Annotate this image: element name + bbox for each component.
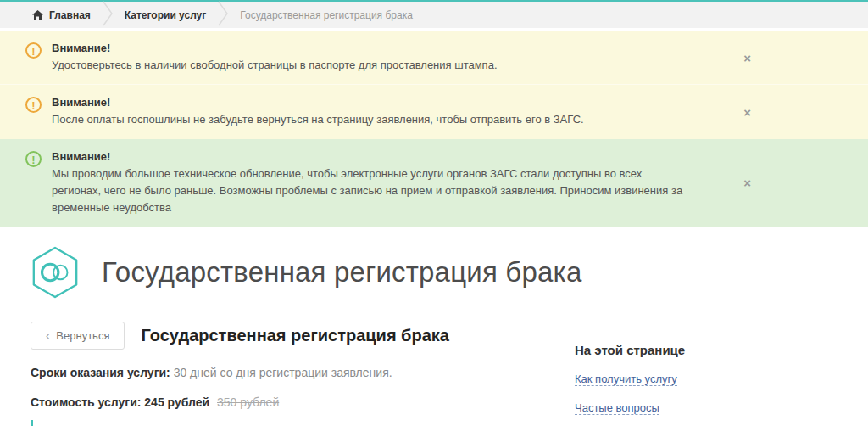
- page-header: Государственная регистрация брака: [0, 227, 868, 311]
- breadcrumb-label: Категории услуг: [125, 9, 206, 21]
- alert-text: Мы проводим большое техническое обновлен…: [52, 165, 683, 216]
- sidebar-title: На этой странице: [575, 343, 829, 357]
- cost-old-value: 350 рублей: [217, 395, 279, 409]
- back-button-label: Вернуться: [56, 329, 109, 342]
- on-this-page-sidebar: На этой странице Как получить услугу Час…: [575, 322, 829, 415]
- alert-body: Внимание! Удостоверьтесь в наличии свобо…: [52, 40, 498, 74]
- warning-icon: !: [25, 97, 42, 113]
- main-column: ‹Вернуться Государственная регистрация б…: [31, 322, 560, 426]
- alert-success-update: ! Внимание! Мы проводим большое техничес…: [0, 139, 868, 227]
- cost-label: Стоимость услуги: 245 рублей: [31, 395, 209, 409]
- breadcrumb: Главная Категории услуг Государственная …: [0, 0, 868, 28]
- terms-label: Сроки оказания услуги:: [31, 366, 170, 379]
- alert-title: Внимание!: [52, 40, 498, 57]
- alert-text: Удостоверьтесь в наличии свободной стран…: [52, 57, 498, 74]
- warning-icon: !: [25, 42, 42, 59]
- back-button[interactable]: ‹Вернуться: [31, 322, 125, 350]
- breadcrumb-item-current: Государственная регистрация брака: [240, 9, 413, 21]
- how-to-section: Как получить услугу? Если вы решили узак…: [31, 420, 560, 426]
- breadcrumb-separator-icon: [103, 1, 113, 30]
- content: ‹Вернуться Государственная регистрация б…: [0, 311, 868, 426]
- page-title: Государственная регистрация брака: [102, 256, 581, 289]
- service-terms: Сроки оказания услуги: 30 дней со дня ре…: [31, 366, 560, 379]
- close-icon[interactable]: ×: [743, 105, 751, 118]
- home-icon: [32, 10, 43, 20]
- alert-body: Внимание! После оплаты госпошлины не заб…: [52, 94, 584, 128]
- breadcrumb-item-categories[interactable]: Категории услуг: [125, 9, 206, 21]
- service-head-row: ‹Вернуться Государственная регистрация б…: [31, 322, 560, 350]
- alert-warning-payment: ! Внимание! После оплаты госпошлины не з…: [0, 84, 868, 138]
- close-icon[interactable]: ×: [743, 51, 751, 64]
- alert-body: Внимание! Мы проводим большое техническо…: [52, 149, 683, 217]
- alert-warning-passport: ! Внимание! Удостоверьтесь в наличии сво…: [0, 31, 868, 84]
- breadcrumb-separator-icon: [218, 1, 228, 30]
- terms-value: 30 дней со дня регистрации заявления.: [174, 366, 392, 379]
- service-cost: Стоимость услуги: 245 рублей 350 рублей: [31, 395, 560, 409]
- sidebar-link-how-to[interactable]: Как получить услугу: [575, 373, 677, 386]
- service-section-title: Государственная регистрация брака: [141, 326, 449, 345]
- close-icon[interactable]: ×: [743, 177, 751, 189]
- info-icon: !: [25, 151, 42, 167]
- alerts-stack: ! Внимание! Удостоверьтесь в наличии сво…: [0, 31, 868, 227]
- breadcrumb-item-home[interactable]: Главная: [32, 9, 91, 21]
- how-to-title: Как получить услугу?: [55, 422, 560, 426]
- wedding-rings-icon: [29, 245, 81, 300]
- alert-title: Внимание!: [52, 149, 683, 165]
- alert-title: Внимание!: [52, 94, 584, 111]
- chevron-left-icon: ‹: [46, 329, 49, 342]
- sidebar-link-faq[interactable]: Частые вопросы: [575, 402, 659, 415]
- alert-text: После оплаты госпошлины не забудьте верн…: [52, 111, 584, 128]
- breadcrumb-label: Главная: [49, 9, 91, 21]
